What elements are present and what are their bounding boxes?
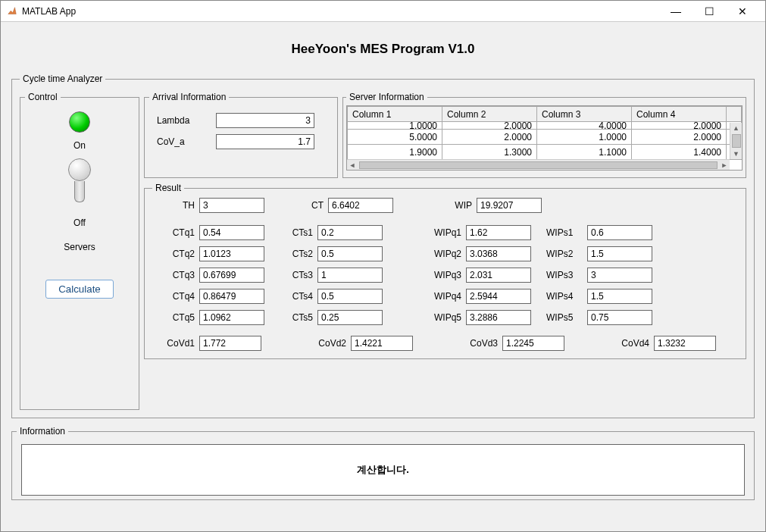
lambda-label: Lambda — [157, 115, 210, 126]
wipq-field[interactable] — [466, 246, 531, 261]
result-legend: Result — [152, 183, 184, 193]
server-col-4[interactable]: Column 4 — [632, 107, 727, 122]
cts-label: CTs1 — [283, 227, 313, 238]
cts-label: CTs4 — [283, 291, 313, 302]
cts-field[interactable] — [317, 289, 383, 304]
table-row[interactable]: 1.9000 1.3000 1.1000 1.4000 — [348, 145, 742, 160]
toggle-switch[interactable] — [67, 158, 92, 204]
result-row: CTq1CTs1WIPq1WIPs1 — [152, 225, 738, 240]
cycle-time-analyzer-group: Cycle time Analyzer Control On Off Serve… — [11, 74, 755, 418]
scroll-up-icon: ▲ — [733, 123, 739, 133]
covd1-label: CoVd1 — [152, 338, 195, 349]
minimize-button[interactable]: — — [659, 1, 693, 22]
cts-field[interactable] — [317, 310, 383, 325]
wips-field[interactable] — [587, 268, 652, 283]
th-label: TH — [161, 200, 195, 211]
wips-field[interactable] — [587, 246, 652, 261]
close-button[interactable]: ✕ — [726, 1, 759, 22]
app-title: HeeYoon's MES Program V1.0 — [11, 28, 755, 74]
switch-knob-icon — [68, 158, 91, 181]
server-legend: Server Information — [346, 92, 427, 102]
arrival-legend: Arrival Information — [149, 92, 229, 102]
ctq-label: CTq4 — [161, 291, 195, 302]
on-label: On — [73, 140, 86, 151]
calculate-button[interactable]: Calculate — [45, 280, 114, 299]
wipq-label: WIPq3 — [419, 270, 461, 280]
switch-stem-icon — [74, 181, 85, 202]
ct-field[interactable] — [328, 198, 393, 213]
ctq-label: CTq1 — [161, 227, 195, 238]
control-group: Control On Off Servers Calculate — [20, 92, 139, 410]
wips-label: WIPs2 — [546, 249, 583, 259]
wipq-field[interactable] — [466, 289, 531, 304]
result-row: CTq3CTs3WIPq3WIPs3 — [152, 268, 738, 283]
app-window: MATLAB App — ☐ ✕ HeeYoon's MES Program V… — [0, 0, 766, 532]
server-col-empty — [727, 107, 742, 122]
matlab-icon — [7, 6, 17, 17]
ctq-field[interactable] — [199, 225, 264, 240]
ctq-field[interactable] — [199, 268, 264, 283]
lambda-input[interactable] — [216, 113, 314, 128]
wipq-label: WIPq5 — [419, 312, 461, 323]
info-legend: Information — [17, 426, 68, 437]
cts-field[interactable] — [317, 225, 383, 240]
cova-input[interactable] — [216, 134, 314, 149]
cts-label: CTs3 — [283, 270, 313, 280]
ctq-field[interactable] — [199, 310, 264, 325]
covd1-field[interactable] — [199, 336, 261, 351]
scroll-left-icon: ◄ — [347, 161, 358, 169]
information-group: Information 계산합니다. — [11, 426, 755, 500]
arrival-group: Arrival Information Lambda CoV_a — [144, 92, 338, 178]
wipq-label: WIPq2 — [419, 249, 461, 259]
wipq-field[interactable] — [466, 268, 531, 283]
horizontal-scrollbar[interactable]: ◄ ► — [347, 159, 730, 170]
table-row[interactable]: 5.0000 2.0000 1.0000 2.0000 — [348, 130, 742, 145]
wipq-field[interactable] — [466, 225, 531, 240]
status-lamp — [69, 111, 90, 133]
cova-label: CoV_a — [157, 136, 210, 147]
window-title: MATLAB App — [22, 6, 76, 17]
scroll-down-icon: ▼ — [733, 149, 739, 159]
control-legend: Control — [25, 92, 61, 102]
ct-label: CT — [301, 200, 324, 211]
server-col-1[interactable]: Column 1 — [348, 107, 442, 122]
wips-field[interactable] — [587, 310, 652, 325]
cts-field[interactable] — [317, 268, 383, 283]
info-text: 계산합니다. — [21, 444, 745, 496]
off-label: Off — [73, 217, 86, 228]
covd3-field[interactable] — [502, 336, 564, 351]
server-group: Server Information Column 1 Column 2 Col… — [342, 92, 746, 178]
scroll-right-icon: ► — [719, 161, 730, 169]
wips-label: WIPs3 — [546, 270, 583, 280]
table-row[interactable]: 1.0000 2.0000 4.0000 2.0000 — [348, 122, 742, 130]
wips-field[interactable] — [587, 289, 652, 304]
wips-label: WIPs5 — [546, 312, 583, 323]
ctq-label: CTq3 — [161, 270, 195, 280]
result-row: CTq4CTs4WIPq4WIPs4 — [152, 289, 738, 304]
server-col-2[interactable]: Column 2 — [442, 107, 537, 122]
wip-label: WIP — [430, 200, 472, 211]
content-area: HeeYoon's MES Program V1.0 Cycle time An… — [1, 22, 765, 531]
cts-label: CTs2 — [283, 249, 313, 259]
wipq-label: WIPq4 — [419, 291, 461, 302]
covd4-label: CoVd4 — [607, 338, 649, 349]
ctq-label: CTq5 — [161, 312, 195, 323]
cts-field[interactable] — [317, 246, 383, 261]
cycle-legend: Cycle time Analyzer — [20, 74, 105, 84]
titlebar: MATLAB App — ☐ ✕ — [1, 1, 765, 22]
covd4-field[interactable] — [654, 336, 716, 351]
ctq-field[interactable] — [199, 246, 264, 261]
covd2-field[interactable] — [351, 336, 413, 351]
ctq-field[interactable] — [199, 289, 264, 304]
server-table[interactable]: Column 1 Column 2 Column 3 Column 4 — [347, 106, 742, 160]
wips-field[interactable] — [587, 225, 652, 240]
server-col-3[interactable]: Column 3 — [537, 107, 632, 122]
maximize-button[interactable]: ☐ — [693, 1, 726, 22]
th-field[interactable] — [199, 198, 264, 213]
result-group: Result TH CT WIP CTq1CTs1WIPq1WIPs1CTq2C… — [144, 183, 746, 359]
vertical-scrollbar[interactable]: ▲ ▼ — [730, 123, 742, 159]
wipq-field[interactable] — [466, 310, 531, 325]
wip-field[interactable] — [477, 198, 542, 213]
result-row: CTq5CTs5WIPq5WIPs5 — [152, 310, 738, 325]
server-table-container: Column 1 Column 2 Column 3 Column 4 — [346, 105, 743, 171]
